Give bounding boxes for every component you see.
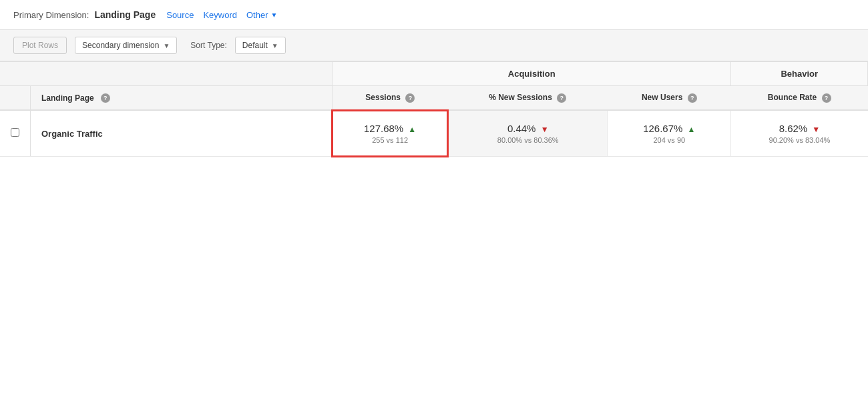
- new-users-cell: 126.67% ▲ 204 vs 90: [608, 110, 731, 157]
- sort-type-dropdown[interactable]: Default ▼: [235, 37, 286, 54]
- bounce-rate-pct: 8.62% ▼: [742, 123, 857, 134]
- column-header-row: Landing Page ? Sessions ? % New Sessions…: [0, 86, 868, 111]
- checkbox-header: [0, 86, 31, 111]
- toolbar-row: Plot Rows Secondary dimension ▼ Sort Typ…: [0, 30, 868, 61]
- new-users-help-icon[interactable]: ?: [688, 93, 697, 103]
- other-dropdown-arrow: ▼: [271, 11, 278, 19]
- behavior-section-header: Behavior: [731, 62, 868, 86]
- sessions-pct-value: 127.68%: [364, 123, 403, 134]
- landing-page-header-cell: Landing Page ?: [31, 86, 333, 111]
- pct-new-sessions-value: 0.44%: [507, 123, 536, 134]
- sessions-pct: 127.68% ▲: [342, 123, 438, 134]
- pct-new-sessions-down-arrow: ▼: [541, 125, 549, 134]
- secondary-dimension-arrow: ▼: [163, 42, 170, 49]
- new-users-pct: 126.67% ▲: [618, 123, 720, 134]
- pct-new-sessions-cell: 0.44% ▼ 80.00% vs 80.36%: [448, 110, 608, 157]
- new-users-header-cell: New Users ?: [608, 86, 731, 111]
- data-table-container: Acquisition Behavior Landing Page ? Sess…: [0, 61, 868, 157]
- row-checkbox[interactable]: [11, 128, 19, 137]
- bounce-rate-value: 8.62%: [779, 123, 808, 134]
- other-dropdown[interactable]: Other ▼: [246, 10, 277, 20]
- bounce-rate-detail: 90.20% vs 83.04%: [742, 136, 857, 144]
- landing-page-help-icon[interactable]: ?: [101, 93, 110, 103]
- bounce-rate-help-icon[interactable]: ?: [822, 93, 831, 103]
- pct-new-sessions-col-label: % New Sessions: [489, 93, 552, 102]
- bounce-rate-down-arrow: ▼: [812, 125, 820, 134]
- sessions-col-label: Sessions: [365, 93, 401, 102]
- keyword-link[interactable]: Keyword: [203, 10, 237, 20]
- row-name: Organic Traffic: [41, 129, 103, 139]
- new-users-up-arrow: ▲: [688, 125, 696, 134]
- sessions-help-icon[interactable]: ?: [405, 93, 415, 103]
- bounce-rate-header-cell: Bounce Rate ?: [731, 86, 868, 111]
- table-row: Organic Traffic 127.68% ▲ 255 vs 112 0.4…: [0, 110, 868, 157]
- active-dimension: Landing Page: [94, 9, 156, 20]
- pct-new-sessions-detail: 80.00% vs 80.36%: [459, 136, 596, 144]
- primary-dimension-label: Primary Dimension:: [13, 10, 89, 20]
- secondary-dimension-label: Secondary dimension: [82, 41, 159, 50]
- new-users-col-label: New Users: [642, 93, 682, 102]
- secondary-dimension-dropdown[interactable]: Secondary dimension ▼: [75, 37, 177, 54]
- row-checkbox-cell[interactable]: [0, 110, 31, 157]
- pct-new-sessions-header-cell: % New Sessions ?: [448, 86, 608, 111]
- new-users-detail: 204 vs 90: [618, 136, 720, 144]
- plot-rows-button: Plot Rows: [13, 37, 67, 54]
- row-landing-page-cell: Organic Traffic: [31, 110, 333, 157]
- sessions-header-cell: Sessions ?: [333, 86, 448, 111]
- primary-dimension-bar: Primary Dimension: Landing Page Source K…: [0, 0, 868, 30]
- source-link[interactable]: Source: [166, 10, 194, 20]
- bounce-rate-col-label: Bounce Rate: [768, 93, 817, 102]
- sort-dropdown-arrow: ▼: [272, 42, 278, 49]
- new-users-value: 126.67%: [643, 123, 682, 134]
- pct-new-sessions-help-icon[interactable]: ?: [557, 93, 566, 103]
- sort-type-label: Sort Type:: [190, 41, 226, 50]
- pct-new-sessions-pct: 0.44% ▼: [459, 123, 596, 134]
- sessions-up-arrow: ▲: [408, 125, 416, 134]
- landing-page-col-label: Landing Page: [41, 93, 94, 103]
- section-header-row: Acquisition Behavior: [0, 62, 868, 86]
- analytics-table: Acquisition Behavior Landing Page ? Sess…: [0, 61, 868, 157]
- empty-section-cell: [0, 62, 333, 86]
- sessions-detail: 255 vs 112: [342, 136, 438, 144]
- other-label: Other: [246, 10, 268, 20]
- sort-default-label: Default: [242, 41, 268, 50]
- bounce-rate-cell: 8.62% ▼ 90.20% vs 83.04%: [731, 110, 868, 157]
- sessions-cell: 127.68% ▲ 255 vs 112: [333, 110, 448, 157]
- acquisition-section-header: Acquisition: [333, 62, 731, 86]
